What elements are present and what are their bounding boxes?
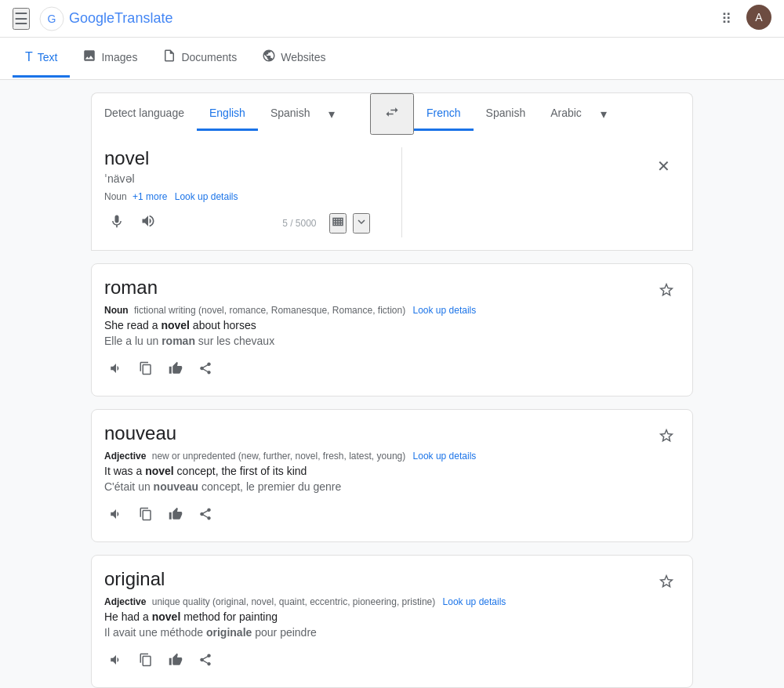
input-controls: 5 / 5000 (104, 208, 370, 237)
result-example-en-original: He had a novel method for painting (104, 610, 647, 623)
result-example-fr-bold-nouveau: nouveau (154, 480, 199, 493)
result-example-fr-2-roman: sur les chevaux (195, 335, 274, 347)
result-card-original: original Adjective unique quality (origi… (91, 555, 693, 688)
english-source-btn[interactable]: English (197, 97, 258, 131)
swap-languages-button[interactable] (370, 93, 414, 135)
tab-images-label: Images (101, 51, 137, 63)
result-example-fr-bold-roman: roman (162, 335, 195, 347)
tab-images[interactable]: Images (70, 38, 150, 79)
source-lang-more[interactable]: ▾ (322, 97, 341, 131)
lookup-details-link-input[interactable]: Look up details (175, 191, 238, 202)
grid-view-button[interactable] (329, 213, 347, 234)
result-example-en-bold-nouveau: novel (145, 465, 174, 477)
result-example-fr-2-original: pour peindre (252, 626, 317, 639)
char-count: 5 / 5000 (282, 218, 316, 229)
result-example-en-roman: She read a novel about horses (104, 319, 647, 331)
result-type-nouveau: Adjective new or unpredented (new, furth… (104, 451, 647, 462)
result-example-fr-1-nouveau: C'était un (104, 480, 154, 493)
result-controls-roman (104, 357, 647, 383)
result-type-original: Adjective unique quality (original, nove… (104, 596, 647, 607)
result-type-label-original: Adjective (104, 596, 146, 607)
lookup-details-link-nouveau[interactable]: Look up details (413, 451, 477, 462)
copy-roman[interactable] (134, 357, 158, 383)
input-meta-more[interactable]: +1 more (132, 191, 167, 202)
save-roman[interactable] (653, 277, 680, 306)
result-type-roman: Noun fictional writing (novel, romance, … (104, 305, 647, 316)
input-text[interactable]: novel (104, 147, 370, 169)
spanish-source-btn[interactable]: Spanish (258, 97, 323, 131)
tab-text[interactable]: T Text (13, 39, 70, 78)
volume-input-button[interactable] (136, 208, 161, 237)
images-icon (82, 49, 96, 66)
result-example-en-2-nouveau: concept, the first of its kind (174, 465, 307, 477)
result-type-detail-original: unique quality (original, novel, quaint,… (152, 596, 436, 607)
result-type-detail-roman: fictional writing (novel, romance, Roman… (134, 305, 405, 316)
thumbsup-nouveau[interactable] (164, 502, 187, 529)
arabic-target-btn[interactable]: Arabic (538, 97, 594, 131)
share-original[interactable] (194, 648, 217, 675)
result-example-fr-1-original: Il avait une méthode (104, 626, 206, 639)
target-lang-selector: French Spanish Arabic ▾ (414, 97, 692, 131)
source-lang-selector: Detect language English Spanish ▾ (92, 97, 370, 131)
result-card-nouveau: nouveau Adjective new or unpredented (ne… (91, 409, 693, 542)
result-example-fr-1-roman: Elle a lu un (104, 335, 162, 347)
result-example-en-bold-original: novel (152, 610, 181, 623)
result-controls-nouveau (104, 502, 647, 529)
result-word-nouveau: nouveau (104, 422, 647, 444)
websites-icon (262, 49, 276, 66)
listen-result-original[interactable] (104, 648, 128, 675)
copy-nouveau[interactable] (134, 502, 158, 529)
share-roman[interactable] (194, 357, 217, 383)
spanish-target-btn[interactable]: Spanish (474, 97, 539, 131)
share-nouveau[interactable] (194, 502, 217, 529)
lookup-details-link-original[interactable]: Look up details (443, 596, 506, 607)
result-controls-original (104, 648, 647, 675)
tab-documents-label: Documents (181, 51, 237, 63)
target-lang-more[interactable]: ▾ (594, 97, 613, 131)
result-example-en-nouveau: It was a novel concept, the first of its… (104, 465, 647, 477)
svg-text:G: G (48, 13, 56, 25)
lookup-details-link-roman[interactable]: Look up details (413, 305, 477, 316)
result-example-fr-bold-original: originale (206, 626, 252, 639)
french-target-btn[interactable]: French (414, 97, 474, 131)
result-example-fr-nouveau: C'était un nouveau concept, le premier d… (104, 480, 647, 493)
main-content: Detect language English Spanish ▾ French… (78, 80, 706, 688)
detect-language-btn[interactable]: Detect language (92, 97, 197, 131)
save-original[interactable] (653, 568, 680, 598)
expand-button[interactable] (353, 213, 370, 234)
apps-button[interactable]: ⠿ (712, 5, 740, 33)
result-word-roman: roman (104, 277, 647, 299)
copy-original[interactable] (134, 648, 158, 675)
google-logo-icon: G (39, 6, 64, 31)
result-example-fr-2-nouveau: concept, le premier du genre (198, 480, 341, 493)
result-example-en-1-roman: She read a (104, 319, 161, 331)
save-nouveau[interactable] (653, 422, 680, 452)
tab-bar: T Text Images Documents Websites (0, 38, 784, 80)
thumbsup-original[interactable] (164, 648, 187, 675)
result-card-roman: roman Noun fictional writing (novel, rom… (91, 263, 693, 397)
result-example-en-2-roman: about horses (190, 319, 256, 331)
thumbsup-roman[interactable] (164, 357, 187, 383)
listen-input-button[interactable] (104, 208, 129, 237)
result-example-en-1-original: He had a (104, 610, 152, 623)
clear-button[interactable]: ✕ (657, 157, 670, 176)
input-phonetic: ˈnävəl (104, 172, 370, 185)
language-selector: Detect language English Spanish ▾ French… (91, 92, 693, 135)
result-example-en-bold-roman: novel (161, 319, 190, 331)
menu-button[interactable]: ☰ (13, 8, 30, 30)
header-actions: ⠿ A (712, 5, 771, 33)
result-type-detail-nouveau: new or unpredented (new, further, novel,… (152, 451, 406, 462)
listen-result-nouveau[interactable] (104, 502, 128, 529)
results-area: roman Noun fictional writing (novel, rom… (91, 263, 693, 688)
result-type-label-roman: Noun (104, 305, 129, 316)
documents-icon (162, 49, 176, 66)
avatar[interactable]: A (746, 5, 771, 30)
listen-result-roman[interactable] (104, 357, 128, 383)
text-icon: T (25, 50, 33, 64)
tab-websites[interactable]: Websites (249, 38, 338, 79)
result-example-fr-roman: Elle a lu un roman sur les chevaux (104, 335, 647, 347)
result-type-label-nouveau: Adjective (104, 451, 146, 462)
header: ☰ G GoogleTranslate ⠿ A (0, 0, 784, 38)
input-meta: Noun +1 more Look up details (104, 191, 370, 202)
tab-documents[interactable]: Documents (150, 38, 249, 79)
